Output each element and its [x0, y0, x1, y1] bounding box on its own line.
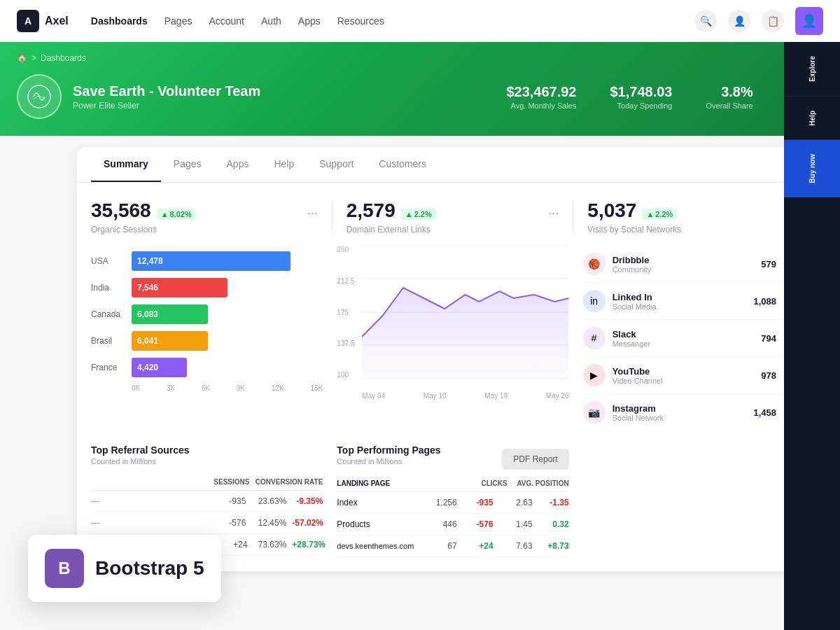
bottom-col-3	[583, 444, 815, 557]
nav-dashboards[interactable]: Dashboards	[91, 15, 148, 27]
top-pages-row-2: Products 446 -576 1.45 0.32	[337, 514, 568, 536]
hero-stat-label-1: Avg. Monthly Sales	[506, 102, 576, 110]
bar-axis: 0K3K6K9K12K15K	[91, 384, 323, 392]
referral-title: Top Referral Sources	[91, 444, 323, 456]
social-count-youtube: 978	[761, 370, 776, 381]
breadcrumb: 🏠 > Dashboards	[17, 53, 823, 63]
nav-apps[interactable]: Apps	[298, 15, 321, 27]
bar-row-canada: Canada 6,083	[91, 304, 323, 324]
hero-stat-label-2: Today Spending	[610, 102, 673, 110]
panel-help-btn[interactable]: Help	[784, 97, 840, 141]
stat-label-1: Organic Sessions	[91, 225, 318, 234]
hero-stats: $23,467.92 Avg. Monthly Sales $1,748.03 …	[506, 84, 823, 110]
social-type-instagram: Social Network	[612, 414, 747, 422]
referral-row-2: — -576 12.45% -57.02%	[91, 512, 323, 534]
stat-social-visits: 5,037 ▲ 2.2% ··· Visits by Social Networ…	[573, 200, 815, 234]
stat-value-2: 2,579	[346, 200, 396, 222]
bar-label-brasil: Brasil	[91, 336, 126, 346]
brand-icon: A	[17, 10, 39, 32]
search-icon[interactable]: 🔍	[694, 10, 717, 32]
social-type-slack: Messanger	[612, 340, 755, 348]
bar-track-brasil: 6,041	[132, 331, 323, 351]
nav-pages[interactable]: Pages	[164, 15, 192, 27]
bar-row-india: India 7,546	[91, 278, 323, 298]
nav-links: Dashboards Pages Account Auth Apps Resou…	[91, 15, 384, 27]
nav-auth[interactable]: Auth	[261, 15, 281, 27]
hero-stat-today-spending: $1,748.03 Today Spending	[610, 84, 673, 110]
bar-row-brasil: Brasil 6,041	[91, 331, 323, 351]
stat-value-3: 5,037	[587, 200, 636, 222]
panel-buynow-btn[interactable]: Buy now	[784, 140, 840, 197]
social-count-slack: 794	[761, 333, 776, 344]
breadcrumb-home[interactable]: 🏠	[17, 53, 27, 63]
stat-external-links: 2,579 ▲ 2.2% ··· Domain External Links	[332, 200, 574, 234]
linkedin-icon: in	[583, 290, 606, 312]
social-type-youtube: Video Channel	[612, 377, 755, 385]
social-info-dribbble: Dribbble Community	[612, 255, 755, 274]
social-name-dribbble: Dribbble	[612, 255, 755, 265]
stat-label-2: Domain External Links	[346, 225, 559, 234]
social-row-instagram: 📷 Instagram Social Network 1,458 ▲ 8.3%	[583, 394, 815, 430]
nav-account[interactable]: Account	[209, 15, 244, 27]
slack-icon: #	[583, 327, 606, 349]
notifications-icon[interactable]: 👤	[728, 10, 750, 32]
hero-stat-monthly-sales: $23,467.92 Avg. Monthly Sales	[506, 84, 576, 110]
social-row-youtube: ▶ YouTube Video Channel 978 ▲ 4.1%	[583, 357, 815, 394]
bar-track-india: 7,546	[132, 278, 323, 298]
bar-fill-brasil: 6,041	[132, 331, 208, 351]
hero-content: Save Earth - Volunteer Team Power Elite …	[17, 74, 823, 119]
social-info-instagram: Instagram Social Network	[612, 403, 747, 422]
stat-badge-1: ▲ 8.02%	[157, 209, 196, 220]
social-row-linkedin: in Linked In Social Media 1,088 ▼ 0.4%	[583, 283, 815, 320]
panel-explore-btn[interactable]: Explore	[784, 42, 840, 97]
tab-help[interactable]: Help	[261, 147, 307, 182]
buynow-label: Buy now	[808, 154, 816, 183]
social-info-slack: Slack Messanger	[612, 329, 755, 348]
top-pages-section: Top Performing Pages Counted in Millions…	[337, 444, 568, 557]
bar-label-india: India	[91, 283, 126, 293]
stat-menu-1[interactable]: ···	[307, 206, 318, 220]
settings-icon[interactable]: 📋	[762, 10, 784, 32]
tab-pages[interactable]: Pages	[161, 147, 214, 182]
stat-header-2: 2,579 ▲ 2.2% ···	[346, 200, 559, 222]
stat-badge-3: ▲ 2.2%	[642, 209, 677, 220]
hero-info: Save Earth - Volunteer Team Power Elite …	[73, 83, 260, 111]
brand-logo[interactable]: A Axel	[17, 10, 69, 32]
explore-label: Explore	[808, 56, 816, 82]
referral-row-1: — -935 23.63% -9.35%	[91, 491, 323, 512]
top-pages-header: LANDING PAGE CLICKS AVG. POSITION	[337, 475, 568, 492]
instagram-icon: 📷	[583, 401, 606, 424]
bootstrap-text: Bootstrap 5	[95, 557, 204, 580]
social-name-linkedin: Linked In	[612, 292, 747, 302]
user-avatar[interactable]: 👤	[795, 7, 823, 35]
social-type-linkedin: Social Media	[612, 302, 747, 311]
pdf-report-btn-2[interactable]: PDF Report	[502, 449, 568, 470]
top-pages-sub: Counted in Millions	[337, 457, 440, 465]
tab-support[interactable]: Support	[307, 147, 366, 182]
nav-resources[interactable]: Resources	[337, 15, 384, 27]
line-y-labels: 250212.5175137.5100	[337, 246, 354, 379]
nav-right: 🔍 👤 📋 👤	[694, 7, 823, 35]
bar-row-usa: USA 12,478	[91, 251, 323, 271]
social-name-instagram: Instagram	[612, 403, 747, 414]
bar-fill-canada: 6,083	[132, 304, 208, 324]
tab-summary[interactable]: Summary	[91, 147, 161, 182]
bar-chart: USA 12,478 India 7,546 Canada 6,083	[91, 246, 323, 430]
bar-row-france: France 4,420	[91, 358, 323, 377]
tab-bar: Summary Pages Apps Help Support Customer…	[77, 147, 829, 183]
social-count-linkedin: 1,088	[753, 296, 776, 307]
bar-fill-usa: 12,478	[132, 251, 290, 271]
hero-stat-value-1: $23,467.92	[506, 84, 576, 100]
charts-grid: USA 12,478 India 7,546 Canada 6,083	[77, 246, 829, 430]
social-name-slack: Slack	[612, 329, 755, 340]
tab-customers[interactable]: Customers	[366, 147, 439, 182]
hero-stat-value-3: 3.8%	[706, 84, 752, 100]
social-row-slack: # Slack Messanger 794 ▲ 0.2%	[583, 320, 815, 357]
stat-badge-2: ▲ 2.2%	[401, 209, 436, 220]
stat-label-3: Visits by Social Networks	[587, 225, 801, 234]
breadcrumb-separator: >	[31, 53, 36, 63]
dribbble-icon: 🏀	[583, 253, 606, 275]
hero-subtitle: Power Elite Seller	[73, 101, 260, 111]
stat-menu-2[interactable]: ···	[548, 206, 559, 220]
tab-apps[interactable]: Apps	[214, 147, 262, 182]
